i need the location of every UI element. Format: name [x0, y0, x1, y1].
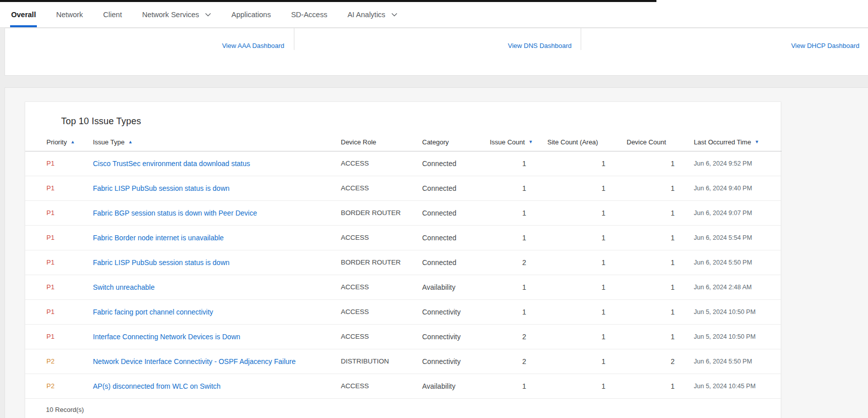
priority-badge: P1: [46, 308, 55, 316]
table-row: P1 Interface Connecting Network Devices …: [25, 324, 782, 349]
last-occurred-cell: Jun 6, 2024 2:48 AM: [694, 275, 782, 299]
table-row: P1 Cisco TrustSec environment data downl…: [25, 151, 782, 176]
site-count-cell: 1: [547, 200, 626, 225]
nav-tab-label: SD-Access: [291, 11, 327, 19]
device-count-cell: 1: [626, 374, 694, 398]
nav-tab[interactable]: AI Analytics: [347, 2, 397, 27]
issue-count-cell: 1: [487, 299, 547, 324]
issue-type-link[interactable]: Interface Connecting Network Devices is …: [93, 333, 240, 341]
column-header-label: Last Occurred Time: [694, 138, 751, 146]
nav-tab-label: AI Analytics: [347, 11, 385, 19]
column-header[interactable]: Last Occurred Time: [694, 133, 782, 151]
content-panel: Top 10 Issue Types Priority Issue Type: [5, 87, 868, 418]
device-count-cell: 1: [626, 200, 694, 225]
issue-type-link[interactable]: AP(s) disconnected from WLC on Switch: [93, 382, 221, 390]
panel-divider: [581, 28, 581, 50]
column-header[interactable]: Device Count: [626, 133, 694, 151]
column-header[interactable]: Issue Type: [93, 133, 338, 151]
issue-count-cell: 1: [487, 374, 547, 398]
site-count-cell: 1: [547, 275, 626, 299]
nav-tab[interactable]: Client: [103, 2, 122, 27]
column-header[interactable]: Priority: [25, 133, 93, 151]
device-count-cell: 1: [626, 151, 694, 176]
issue-type-link[interactable]: Fabric LISP PubSub session status is dow…: [93, 258, 230, 267]
table-header-row: Priority Issue Type Device Role Category: [25, 133, 782, 151]
nav-tab[interactable]: SD-Access: [291, 2, 327, 27]
device-count-cell: 1: [626, 275, 694, 299]
view-dashboard-link[interactable]: View AAA Dashboard: [222, 42, 284, 49]
priority-badge: P1: [46, 160, 55, 167]
priority-badge: P1: [46, 234, 55, 241]
site-count-cell: 1: [547, 176, 626, 200]
issue-type-link[interactable]: Fabric Border node internet is unavailab…: [93, 234, 224, 242]
nav-tab[interactable]: Network: [56, 2, 83, 27]
priority-badge: P2: [46, 382, 55, 390]
nav-tab[interactable]: Network Services: [142, 2, 211, 27]
device-count-cell: 2: [626, 349, 694, 374]
device-role-cell: ACCESS: [338, 299, 419, 324]
priority-badge: P2: [46, 357, 55, 365]
issue-count-cell: 2: [487, 349, 547, 374]
category-cell: Connected: [419, 250, 487, 275]
column-header[interactable]: Site Count (Area): [547, 133, 626, 151]
chevron-down-icon: [391, 13, 397, 17]
device-count-cell: 1: [626, 176, 694, 200]
site-count-cell: 1: [547, 225, 626, 250]
site-count-cell: 1: [547, 151, 626, 176]
priority-badge: P1: [46, 209, 55, 217]
primary-nav: Overall Network Client Network Services: [0, 0, 868, 28]
nav-tab-label: Network Services: [142, 11, 199, 19]
column-header[interactable]: Device Role: [338, 133, 419, 151]
category-cell: Connected: [419, 225, 487, 250]
last-occurred-cell: Jun 5, 2024 10:50 PM: [694, 299, 782, 324]
issue-type-link[interactable]: Fabric LISP PubSub session status is dow…: [93, 184, 230, 192]
chevron-down-icon: [205, 13, 211, 17]
nav-tab-label: Network: [56, 11, 83, 19]
issue-type-link[interactable]: Switch unreachable: [93, 283, 155, 291]
sort-icon: [128, 139, 133, 144]
column-header-label: Device Role: [341, 138, 376, 146]
issue-type-link[interactable]: Network Device Interface Connectivity - …: [93, 357, 296, 365]
column-header[interactable]: Issue Count: [487, 133, 547, 151]
dashboards-summary-panel: View AAA Dashboard View DNS Dashboard Vi…: [5, 28, 868, 76]
column-header[interactable]: Category: [419, 133, 487, 151]
nav-tab-label: Client: [103, 11, 122, 19]
device-role-cell: DISTRIBUTION: [338, 349, 419, 374]
sort-icon: [70, 139, 75, 144]
column-header-label: Site Count (Area): [547, 138, 598, 146]
category-cell: Availability: [419, 374, 487, 398]
table-row: P1 Fabric LISP PubSub session status is …: [25, 250, 782, 275]
active-tab-underline: [10, 25, 37, 27]
nav-tab[interactable]: Overall: [11, 2, 36, 27]
last-occurred-cell: Jun 6, 2024 5:50 PM: [694, 349, 782, 374]
table-row: P1 Fabric facing port channel connectivi…: [25, 299, 782, 324]
issue-type-link[interactable]: Fabric facing port channel connectivity: [93, 308, 213, 316]
record-count: 10 Record(s): [46, 406, 781, 413]
issue-count-cell: 1: [487, 151, 547, 176]
last-occurred-cell: Jun 6, 2024 9:52 PM: [694, 151, 782, 176]
device-count-cell: 1: [626, 250, 694, 275]
column-header-label: Category: [422, 138, 449, 146]
nav-tab-label: Overall: [11, 11, 36, 19]
column-header-label: Issue Type: [93, 138, 125, 146]
issue-type-link[interactable]: Fabric BGP session status is down with P…: [93, 209, 257, 217]
category-cell: Connected: [419, 200, 487, 225]
view-dashboard-link[interactable]: View DHCP Dashboard: [791, 42, 859, 49]
table-row: P1 Switch unreachable ACCESS Availabilit…: [25, 275, 782, 299]
view-dashboard-link[interactable]: View DNS Dashboard: [508, 42, 572, 49]
table-row: P2 Network Device Interface Connectivity…: [25, 349, 782, 374]
site-count-cell: 1: [547, 374, 626, 398]
last-occurred-cell: Jun 6, 2024 5:50 PM: [694, 250, 782, 275]
priority-badge: P1: [46, 258, 55, 266]
device-role-cell: BORDER ROUTER: [338, 250, 419, 275]
issue-type-link[interactable]: Cisco TrustSec environment data download…: [93, 160, 250, 168]
category-cell: Connectivity: [419, 324, 487, 349]
nav-tab[interactable]: Applications: [231, 2, 271, 27]
table-row: P1 Fabric BGP session status is down wit…: [25, 200, 782, 225]
category-cell: Connectivity: [419, 349, 487, 374]
last-occurred-cell: Jun 6, 2024 9:40 PM: [694, 176, 782, 200]
device-role-cell: BORDER ROUTER: [338, 200, 419, 225]
last-occurred-cell: Jun 6, 2024 9:07 PM: [694, 200, 782, 225]
issue-count-cell: 1: [487, 225, 547, 250]
site-count-cell: 1: [547, 349, 626, 374]
